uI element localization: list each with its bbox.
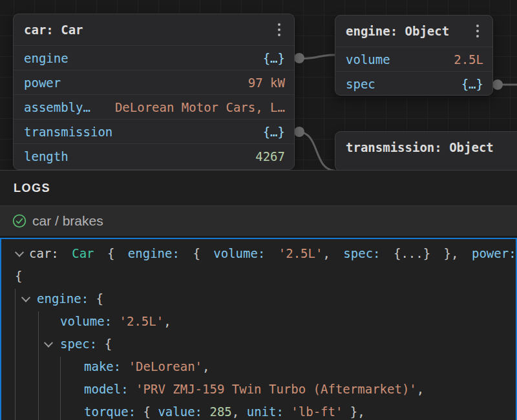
edge-car-engine [299, 55, 335, 59]
row-value: 97 kW [248, 76, 285, 90]
token-str: 'DeLorean' [129, 359, 202, 373]
token-str: '2.5L' [279, 246, 323, 260]
token-key: make: [84, 359, 129, 373]
token-punct: { [15, 269, 22, 283]
token-key: engine: [37, 291, 96, 306]
log-tree: car: Car { engine: { volume: '2.5L', spe… [1, 239, 516, 420]
token-key: volume: [60, 314, 120, 328]
token-num: 285 [209, 404, 231, 419]
chevron-down-icon[interactable] [15, 250, 24, 259]
row-value: {…} [263, 125, 285, 139]
log-line[interactable]: torque: { value: 285, unit: 'lb-ft' }, [1, 401, 516, 420]
kebab-menu-icon[interactable] [474, 22, 481, 40]
node-card-engine[interactable]: engine: Object volume2.5Lspec{…} [335, 15, 493, 96]
row-key: spec [346, 77, 375, 91]
row-key: assembly… [24, 100, 90, 114]
node-card-header[interactable]: transmission: Object [335, 132, 517, 163]
token-key: model: [84, 382, 136, 396]
output-port-transmission[interactable] [294, 127, 304, 137]
token-punct: {...} [394, 246, 444, 260]
token-punct: , [232, 404, 247, 419]
token-key: power: [472, 246, 516, 260]
token-punct: { [96, 291, 103, 306]
chevron-down-icon[interactable] [21, 295, 30, 304]
logs-panel: LOGS car / brakes car: Car { engine: { v… [0, 170, 517, 420]
log-line[interactable]: make: 'DeLorean', [1, 355, 516, 378]
row-value: 2.5L [454, 52, 483, 67]
token-str: 'PRV ZMJ-159 Twin Turbo (Aftermarket)' [136, 382, 417, 396]
token-key: value: [158, 404, 209, 419]
node-card-car[interactable]: car: Car engine{…}power97 kWassembly…DeL… [13, 14, 295, 170]
row-value: 4267 [255, 149, 285, 163]
logs-title: LOGS [14, 182, 50, 195]
log-line[interactable]: spec: { [1, 333, 516, 355]
row-key: transmission [24, 125, 112, 139]
log-detail-box[interactable]: car: Car { engine: { volume: '2.5L', spe… [0, 238, 517, 420]
token-punct: { [193, 246, 213, 260]
token-key: torque: [84, 404, 143, 419]
token-key: spec: [343, 246, 394, 260]
row-value: {…} [461, 77, 483, 91]
node-row-volume[interactable]: volume2.5L [335, 47, 492, 71]
token-key: spec: [60, 337, 105, 351]
row-key: power [24, 76, 61, 90]
row-key: volume [346, 52, 390, 67]
token-str: 'lb-ft' [291, 404, 343, 419]
success-check-icon [12, 214, 26, 228]
node-title: transmission: Object [346, 140, 517, 154]
node-card-header[interactable]: engine: Object [335, 16, 492, 47]
node-row-assembly[interactable]: assembly…DeLorean Motor Cars, L… [14, 94, 294, 119]
node-row-length[interactable]: length4267 [14, 143, 294, 168]
kebab-menu-icon[interactable] [276, 21, 282, 39]
token-punct: , [417, 382, 424, 396]
token-punct: , [202, 359, 209, 373]
node-card-header[interactable]: car: Car [14, 14, 294, 45]
token-key: unit: [247, 404, 291, 419]
token-key: engine: [128, 246, 193, 260]
log-line[interactable]: engine: { [1, 288, 516, 310]
token-punct: } [343, 404, 357, 419]
token-punct: { [143, 404, 158, 419]
token-str: '2.5L' [120, 314, 164, 328]
chevron-down-icon[interactable] [44, 341, 53, 350]
token-key: volume: [213, 246, 279, 260]
log-line[interactable]: volume: '2.5L', [1, 310, 516, 333]
node-row-spec[interactable]: spec{…} [335, 71, 492, 96]
row-key: length [24, 149, 69, 163]
log-line[interactable]: model: 'PRV ZMJ-159 Twin Turbo (Aftermar… [1, 378, 516, 401]
node-canvas[interactable]: car: Car engine{…}power97 kWassembly…DeL… [0, 0, 517, 170]
output-port-engine[interactable] [294, 53, 304, 63]
token-punct: { [107, 246, 128, 260]
log-line[interactable]: car: Car { engine: { volume: '2.5L', spe… [1, 242, 516, 265]
token-cls: Car [72, 246, 107, 260]
log-entry-row[interactable]: car / brakes [0, 205, 517, 236]
node-row-power[interactable]: power97 kW [14, 70, 294, 94]
log-entry-label: car / brakes [32, 213, 103, 229]
token-punct: { [105, 337, 112, 351]
edge-car-transmission [299, 132, 335, 170]
row-key: engine [24, 51, 69, 65]
node-row-engine[interactable]: engine{…} [14, 45, 294, 70]
output-port-spec[interactable] [492, 79, 503, 90]
token-punct: , [451, 246, 472, 260]
row-value: DeLorean Motor Cars, L… [115, 100, 285, 114]
token-punct: , [357, 404, 364, 419]
node-card-transmission[interactable]: transmission: Object [335, 131, 517, 170]
node-row-transmission[interactable]: transmission{…} [14, 119, 294, 143]
token-ident: car: [29, 246, 72, 260]
token-punct: } [444, 246, 451, 260]
logs-panel-header: LOGS [0, 171, 517, 205]
log-line[interactable]: { [1, 265, 516, 288]
node-title: car: Car [24, 23, 276, 37]
token-punct: , [164, 314, 171, 328]
row-value: {…} [263, 51, 285, 65]
node-title: engine: Object [346, 24, 474, 38]
token-punct: , [322, 246, 343, 260]
